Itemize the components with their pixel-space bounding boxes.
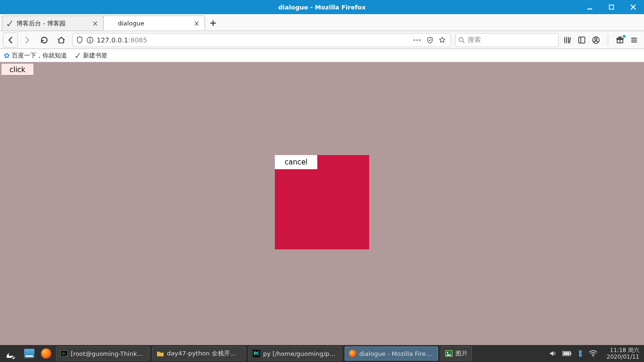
url-bar[interactable]: 127.0.0.1:8085 — [73, 33, 451, 47]
taskbar-window[interactable]: day47-python 全栈开发-... — [152, 346, 246, 361]
bookmark-label: 新建书签 — [83, 51, 107, 60]
taskbar-window-title: 图片 — [455, 349, 468, 358]
bluetooth-icon[interactable] — [578, 350, 583, 357]
browser-tabstrip: 博客后台 - 博客园 × dialogue × — [0, 14, 644, 31]
folder-icon — [157, 350, 164, 357]
close-window-button[interactable] — [622, 0, 644, 14]
svg-rect-8 — [90, 40, 91, 42]
os-taskbar: >_ [root@guoming-ThinkP... day47-python … — [0, 345, 644, 362]
minimize-button[interactable] — [579, 0, 601, 14]
tab-title: dialogue — [118, 20, 192, 27]
sidebar-icon[interactable] — [578, 36, 586, 44]
start-menu-button[interactable] — [0, 345, 21, 362]
whats-new-icon[interactable] — [616, 36, 624, 44]
tab-close-icon[interactable]: × — [192, 19, 201, 28]
firefox-icon — [41, 348, 51, 359]
pinned-files-app[interactable] — [21, 345, 38, 362]
taskbar-window-title: py [/home/guoming/py]... — [263, 350, 338, 357]
bookmark-star-icon[interactable] — [438, 36, 446, 44]
dialog-box: cancel — [275, 155, 369, 249]
browser-tab[interactable]: dialogue × — [103, 16, 205, 31]
tab-close-icon[interactable]: × — [91, 19, 99, 28]
search-bar[interactable]: 搜索 — [455, 33, 559, 47]
svg-point-12 — [459, 37, 463, 41]
taskbar-clock[interactable]: 11:18 周六 2020/01/11 — [602, 347, 644, 360]
new-tab-button[interactable] — [205, 16, 222, 31]
click-button[interactable]: click — [1, 63, 34, 75]
taskbar-window-title: dialogue - Mozilla Firefox — [359, 350, 434, 357]
svg-point-29 — [447, 352, 448, 354]
svg-point-33 — [593, 355, 594, 356]
bookmark-label: 百度一下，你就知道 — [12, 51, 67, 60]
page-viewport: click cancel — [0, 62, 644, 345]
svg-point-17 — [595, 38, 597, 40]
svg-point-9 — [413, 39, 415, 41]
image-viewer-icon — [445, 350, 453, 357]
svg-rect-14 — [579, 37, 585, 43]
reload-button[interactable] — [37, 33, 52, 48]
taskbar-window[interactable]: >_ [root@guoming-ThinkP... — [56, 346, 149, 361]
svg-text:>_: >_ — [62, 351, 68, 356]
reader-view-icon[interactable] — [426, 36, 434, 44]
svg-point-10 — [416, 39, 418, 41]
system-tray — [545, 350, 602, 357]
bookmarks-toolbar: ✿ 百度一下，你就知道 新建书签 — [0, 49, 644, 62]
favicon-icon — [6, 20, 14, 27]
os-titlebar: dialogue - Mozilla Firefox — [0, 0, 644, 14]
home-button[interactable] — [54, 33, 69, 48]
bookmark-item[interactable]: ✿ 百度一下，你就知道 — [4, 51, 67, 60]
page-actions-icon[interactable] — [413, 39, 421, 41]
forward-button[interactable] — [20, 33, 35, 48]
svg-line-13 — [463, 41, 465, 43]
bookmark-generic-icon — [74, 52, 81, 59]
svg-text:PC: PC — [254, 352, 259, 356]
pinned-firefox-app[interactable] — [38, 345, 55, 362]
taskbar-window[interactable]: PC py [/home/guoming/py]... — [248, 346, 342, 361]
account-icon[interactable] — [592, 36, 600, 44]
browser-navbar: 127.0.0.1:8085 搜索 — [0, 31, 644, 49]
firefox-icon — [349, 350, 356, 357]
svg-rect-31 — [570, 353, 571, 354]
svg-rect-32 — [563, 352, 570, 355]
battery-icon[interactable] — [562, 351, 572, 356]
svg-rect-1 — [610, 5, 614, 9]
favicon-icon — [107, 20, 115, 27]
tracking-shield-icon[interactable] — [76, 36, 83, 44]
taskbar-window-title: [root@guoming-ThinkP... — [71, 350, 145, 357]
terminal-icon: >_ — [60, 350, 68, 357]
files-manager-icon — [24, 349, 34, 358]
site-info-icon[interactable] — [86, 36, 94, 44]
maximize-button[interactable] — [601, 0, 622, 14]
hamburger-menu-icon[interactable] — [630, 36, 638, 44]
window-title: dialogue - Mozilla Firefox — [278, 4, 365, 11]
search-icon — [458, 37, 465, 43]
browser-tab[interactable]: 博客后台 - 博客园 × — [2, 16, 104, 31]
separator — [608, 34, 608, 46]
taskbar-window[interactable]: 图片 — [441, 346, 472, 361]
baidu-paw-icon: ✿ — [4, 51, 10, 60]
search-placeholder: 搜索 — [468, 36, 481, 44]
tab-title: 博客后台 - 博客园 — [17, 19, 91, 28]
back-button[interactable] — [3, 33, 18, 48]
svg-point-7 — [90, 38, 91, 39]
bookmark-item[interactable]: 新建书签 — [74, 51, 107, 60]
library-icon[interactable] — [563, 36, 572, 44]
taskbar-window[interactable]: dialogue - Mozilla Firefox — [345, 346, 438, 361]
url-text: 127.0.0.1:8085 — [97, 36, 410, 44]
cancel-button[interactable]: cancel — [275, 155, 317, 169]
taskbar-window-title: day47-python 全栈开发-... — [167, 349, 241, 358]
volume-icon[interactable] — [549, 350, 557, 357]
wifi-icon[interactable] — [589, 350, 597, 357]
pycharm-icon: PC — [253, 350, 260, 357]
svg-point-11 — [419, 39, 421, 41]
